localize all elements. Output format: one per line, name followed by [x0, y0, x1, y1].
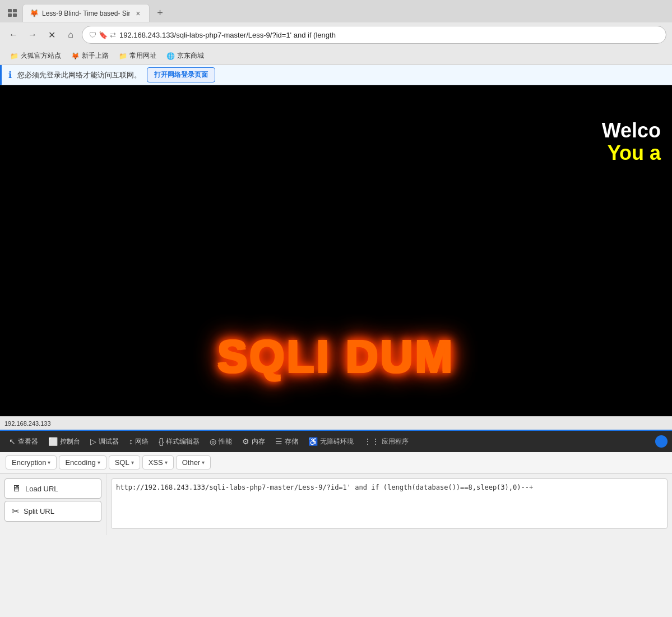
svg-rect-1 [13, 9, 17, 12]
bookmark-label-3: 常用网址 [129, 51, 156, 61]
hackbar-encoding-menu[interactable]: Encoding ▾ [59, 455, 106, 469]
welcome-text-line1: Welco [602, 119, 661, 142]
status-bar: 192.168.243.133 [0, 416, 672, 430]
info-icon: ℹ [8, 70, 12, 80]
split-icon: ⇄ [110, 31, 116, 39]
svg-rect-2 [8, 13, 12, 17]
performance-icon: ◎ [210, 437, 216, 446]
application-icon: ⋮⋮ [364, 437, 379, 446]
tab-bar: 🦊 Less-9 Blind- Time based- Sir × + [0, 0, 672, 22]
sqli-title: SQLI DUM [217, 331, 455, 383]
devtools-memory[interactable]: ⚙ 内存 [238, 435, 270, 449]
accessibility-label: 无障碍环境 [320, 437, 354, 446]
devtools-storage[interactable]: ☰ 存储 [271, 435, 303, 449]
devtools-performance[interactable]: ◎ 性能 [205, 435, 237, 449]
devtools-right-controls [655, 435, 668, 448]
devtools-accessibility[interactable]: ♿ 无障碍环境 [304, 435, 358, 449]
active-tab[interactable]: 🦊 Less-9 Blind- Time based- Sir × [22, 4, 150, 22]
split-url-label: Split URL [24, 507, 54, 515]
tab-favicon: 🦊 [30, 9, 39, 17]
encryption-arrow-icon: ▾ [48, 459, 50, 466]
hackbar-xss-menu[interactable]: XSS ▾ [142, 455, 174, 469]
console-label: 控制台 [60, 437, 80, 446]
debugger-label: 调试器 [99, 437, 119, 446]
encoding-arrow-icon: ▾ [98, 459, 100, 466]
info-bar: ℹ 您必须先登录此网络才能访问互联网。 打开网络登录页面 [0, 65, 672, 85]
reload-button[interactable]: ✕ [44, 27, 59, 43]
bookmark-item-3[interactable]: 📁 常用网址 [114, 49, 161, 62]
load-url-button[interactable]: 🖥 Load URL [4, 478, 101, 499]
back-button[interactable]: ← [6, 27, 21, 43]
bookmark-item-2[interactable]: 🦊 新手上路 [67, 49, 113, 62]
browser-window: 🦊 Less-9 Blind- Time based- Sir × + ← → … [0, 0, 672, 535]
sql-label: SQL [115, 458, 129, 467]
hackbar-action-buttons: 🖥 Load URL ✂ Split URL [0, 474, 106, 535]
globe-icon-4: 🌐 [166, 52, 175, 60]
navigation-bar: ← → ✕ ⌂ 🛡 🔖 ⇄ 192.168.243.133/sqli-labs-… [0, 22, 672, 47]
tab-title: Less-9 Blind- Time based- Sir [42, 10, 130, 17]
folder-icon-1: 📁 [10, 52, 18, 60]
folder-icon-3: 📁 [119, 52, 127, 60]
devtools-toolbar: ↖ 查看器 ⬜ 控制台 ▷ 调试器 ↕ 网络 {} 样式编辑器 ◎ 性能 ⚙ 内… [0, 430, 672, 452]
shield-icon: 🛡 [89, 31, 96, 39]
hackbar-content: 🖥 Load URL ✂ Split URL [0, 473, 672, 535]
new-tab-button[interactable]: + [152, 5, 168, 21]
home-button[interactable]: ⌂ [63, 27, 78, 43]
accessibility-icon: ♿ [308, 437, 318, 446]
bookmark-label-1: 火狐官方站点 [21, 51, 61, 61]
web-content-area: Welco You a SQLI DUM [0, 85, 672, 416]
encryption-label: Encryption [12, 458, 46, 467]
hackbar-sql-menu[interactable]: SQL ▾ [109, 455, 140, 469]
svg-rect-3 [13, 13, 17, 17]
svg-rect-0 [8, 9, 12, 12]
bookmarks-bar: 📁 火狐官方站点 🦊 新手上路 📁 常用网址 🌐 京东商城 [0, 47, 672, 65]
network-login-button[interactable]: 打开网络登录页面 [147, 67, 215, 82]
inspector-icon: ↖ [9, 437, 16, 446]
hackbar-menu: Encryption ▾ Encoding ▾ SQL ▾ XSS ▾ Othe… [0, 452, 672, 473]
devtools-style-editor[interactable]: {} 样式编辑器 [154, 435, 204, 449]
application-label: 应用程序 [382, 437, 409, 446]
devtools-application[interactable]: ⋮⋮ 应用程序 [359, 435, 413, 449]
devtools-console[interactable]: ⬜ 控制台 [44, 435, 85, 449]
memory-label: 内存 [252, 437, 265, 446]
other-arrow-icon: ▾ [202, 459, 205, 466]
welcome-text-line2: You a [608, 141, 661, 165]
console-icon: ⬜ [48, 437, 58, 446]
load-url-label: Load URL [25, 485, 58, 493]
storage-icon: ☰ [275, 437, 282, 446]
bookmark-item-1[interactable]: 📁 火狐官方站点 [6, 49, 66, 62]
storage-label: 存储 [285, 437, 298, 446]
hackbar-other-menu[interactable]: Other ▾ [176, 455, 211, 469]
devtools-options-circle [655, 435, 668, 448]
split-url-button[interactable]: ✂ Split URL [4, 501, 101, 522]
tab-overview-button[interactable] [4, 5, 20, 21]
encoding-label: Encoding [65, 458, 95, 467]
sqli-title-text: SQLI DUM [217, 331, 455, 381]
address-bar[interactable]: 🛡 🔖 ⇄ 192.168.243.133/sqli-labs-php7-mas… [82, 26, 666, 44]
devtools-debugger[interactable]: ▷ 调试器 [86, 435, 123, 449]
debugger-icon: ▷ [90, 437, 96, 446]
load-url-icon: 🖥 [12, 484, 21, 494]
hackbar-url-area [106, 474, 672, 535]
inspector-label: 查看器 [18, 437, 38, 446]
bookmark-item-4[interactable]: 🌐 京东商城 [162, 49, 208, 62]
performance-label: 性能 [219, 437, 232, 446]
devtools-network[interactable]: ↕ 网络 [124, 435, 153, 449]
address-text: 192.168.243.133/sqli-labs-php7-master/Le… [119, 31, 659, 39]
other-label: Other [182, 458, 201, 467]
forward-button[interactable]: → [25, 27, 40, 43]
xss-arrow-icon: ▾ [165, 459, 168, 466]
reader-icon: 🔖 [99, 31, 108, 39]
hackbar-encryption-menu[interactable]: Encryption ▾ [6, 455, 57, 469]
devtools-inspector[interactable]: ↖ 查看器 [4, 435, 43, 449]
network-icon: ↕ [129, 437, 133, 446]
style-editor-icon: {} [159, 437, 164, 446]
sql-arrow-icon: ▾ [131, 459, 134, 466]
hackbar-url-input[interactable] [111, 478, 668, 529]
tab-close-button[interactable]: × [133, 9, 142, 18]
xss-label: XSS [149, 458, 163, 467]
info-message: 您必须先登录此网络才能访问互联网。 [17, 70, 141, 80]
split-url-icon: ✂ [12, 506, 19, 517]
status-url: 192.168.243.133 [4, 420, 51, 427]
bookmark-label-2: 新手上路 [82, 51, 109, 61]
